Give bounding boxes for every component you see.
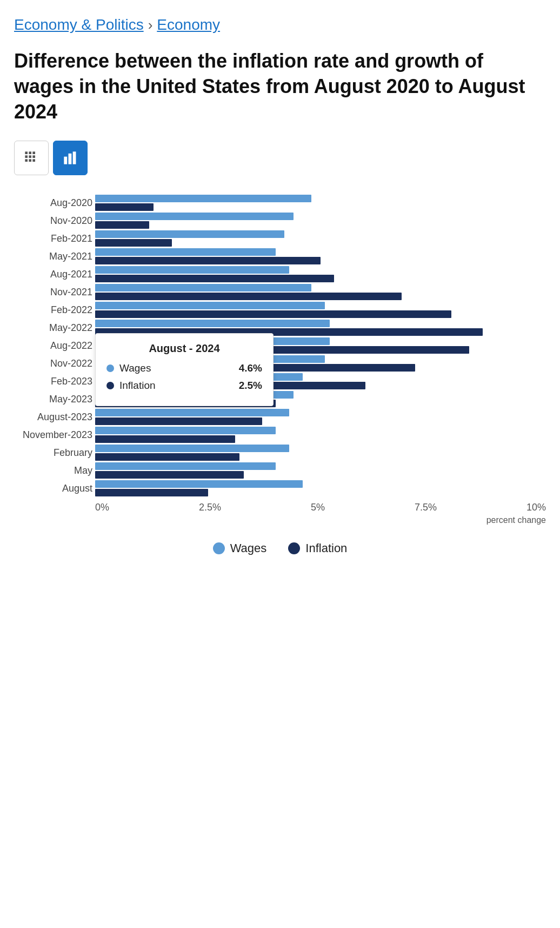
bar-group	[95, 427, 546, 443]
tooltip-wages-label: Wages	[119, 362, 234, 374]
bar-group	[95, 462, 546, 479]
bar-wage	[95, 248, 276, 256]
page-title: Difference between the inflation rate an…	[14, 49, 546, 124]
tooltip-inflation-label: Inflation	[119, 380, 234, 392]
grid-view-button[interactable]	[14, 141, 49, 175]
svg-rect-0	[25, 152, 28, 155]
bar-inflation	[95, 453, 239, 461]
bar-label: Nov-2021	[14, 287, 92, 298]
tooltip-title: August - 2024	[106, 342, 262, 355]
bar-row: May	[95, 462, 546, 479]
bar-group	[95, 266, 546, 282]
bar-inflation	[95, 293, 402, 300]
bar-row: Aug-2020	[95, 195, 546, 211]
x-tick-25: 2.5%	[199, 502, 221, 513]
toolbar	[14, 141, 546, 175]
breadcrumb-separator: ›	[148, 17, 153, 34]
legend-inflation: Inflation	[288, 541, 347, 555]
bar-group	[95, 284, 546, 300]
tooltip-wages-row: Wages 4.6%	[106, 362, 262, 374]
bar-row: Feb-2021	[95, 230, 546, 247]
legend-inflation-dot	[288, 542, 300, 554]
svg-rect-3	[25, 156, 28, 158]
chart-view-button[interactable]	[53, 141, 88, 175]
bar-inflation	[95, 435, 235, 443]
svg-rect-5	[32, 156, 35, 158]
svg-rect-11	[73, 152, 76, 164]
bar-inflation	[95, 221, 149, 229]
bar-group	[95, 302, 546, 318]
bar-label: August-2023	[14, 412, 92, 423]
bar-row: February	[95, 445, 546, 461]
bar-label: May-2022	[14, 322, 92, 334]
bar-inflation	[95, 275, 334, 282]
bar-group	[95, 445, 546, 461]
bar-wage	[95, 213, 294, 220]
svg-rect-4	[29, 156, 31, 158]
legend-inflation-label: Inflation	[305, 541, 347, 555]
bar-group	[95, 480, 546, 496]
tooltip-wages-value: 4.6%	[239, 362, 262, 374]
x-tick-75: 7.5%	[415, 502, 437, 513]
bar-label: Feb-2022	[14, 304, 92, 316]
bar-wage	[95, 302, 325, 309]
x-axis-label: percent change	[95, 515, 546, 525]
legend-wages-dot	[213, 542, 225, 554]
chart-container: Aug-2020Nov-2020Feb-2021May-2021Aug-2021…	[14, 195, 546, 525]
bar-inflation	[95, 203, 154, 211]
bar-label: Feb-2023	[14, 376, 92, 387]
tooltip: August - 2024 Wages 4.6% Inflation 2.5%	[95, 333, 274, 406]
bar-group	[95, 248, 546, 264]
svg-rect-7	[29, 160, 31, 162]
x-tick-0: 0%	[95, 502, 109, 513]
svg-rect-2	[32, 152, 35, 155]
bar-label: November-2023	[14, 429, 92, 441]
bar-inflation	[95, 239, 172, 247]
bar-row: August	[95, 480, 546, 496]
tooltip-wages-dot	[106, 364, 114, 372]
tooltip-inflation-row: Inflation 2.5%	[106, 380, 262, 392]
bar-inflation	[95, 489, 208, 496]
bar-label: May	[14, 465, 92, 476]
tooltip-inflation-value: 2.5%	[239, 380, 262, 392]
bar-row: Nov-2020	[95, 213, 546, 229]
x-axis: 0% 2.5% 5% 7.5% 10%	[95, 502, 546, 513]
bar-label: Aug-2021	[14, 269, 92, 280]
bar-wage	[95, 480, 303, 488]
bar-group	[95, 409, 546, 425]
bar-inflation	[95, 257, 321, 264]
bar-wage	[95, 462, 276, 470]
legend-wages: Wages	[213, 541, 267, 555]
bar-label: Aug-2020	[14, 197, 92, 209]
bar-wage	[95, 195, 311, 202]
bar-label: May-2021	[14, 251, 92, 262]
bar-label: February	[14, 447, 92, 459]
bar-row: Aug-2021	[95, 266, 546, 282]
x-tick-5: 5%	[311, 502, 325, 513]
svg-rect-1	[29, 152, 31, 155]
chart-wrapper: Aug-2020Nov-2020Feb-2021May-2021Aug-2021…	[95, 195, 546, 525]
bar-group	[95, 213, 546, 229]
bar-label: Nov-2022	[14, 358, 92, 369]
bar-group	[95, 230, 546, 247]
bar-inflation	[95, 310, 451, 318]
bar-label: Feb-2021	[14, 233, 92, 244]
bar-inflation	[95, 471, 244, 479]
bar-row: August-2023	[95, 409, 546, 425]
bar-inflation	[95, 417, 262, 425]
breadcrumb: Economy & Politics › Economy	[14, 16, 546, 34]
tooltip-inflation-dot	[106, 382, 114, 389]
bar-wage	[95, 445, 289, 452]
legend: Wages Inflation	[14, 541, 546, 555]
breadcrumb-link-economy-politics[interactable]: Economy & Politics	[14, 16, 144, 34]
bar-chart-icon	[63, 150, 78, 165]
bar-row: Nov-2021	[95, 284, 546, 300]
bar-wage	[95, 266, 289, 274]
bar-wage	[95, 427, 276, 434]
svg-rect-10	[69, 154, 72, 164]
bar-row: November-2023	[95, 427, 546, 443]
breadcrumb-link-economy[interactable]: Economy	[157, 16, 220, 34]
svg-rect-6	[25, 160, 28, 162]
bar-row: May-2021	[95, 248, 546, 264]
legend-wages-label: Wages	[230, 541, 267, 555]
